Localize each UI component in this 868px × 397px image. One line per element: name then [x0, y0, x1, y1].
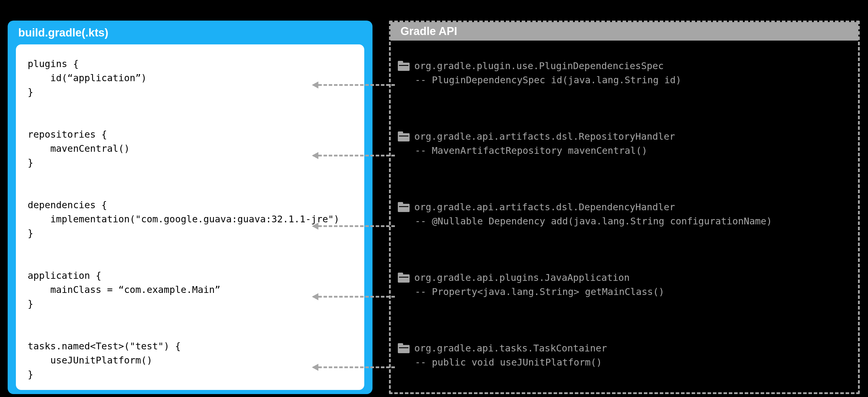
gradle-api-title: Gradle API: [400, 25, 457, 38]
api-entry: org.gradle.plugin.use.PluginDependencies…: [398, 59, 681, 87]
api-class-name: org.gradle.api.tasks.TaskContainer: [414, 341, 607, 355]
api-entry: org.gradle.api.tasks.TaskContainer-- pub…: [398, 341, 607, 369]
api-method-signature: -- @Nullable Dependency add(java.lang.St…: [398, 214, 772, 228]
mapping-arrow: [313, 155, 395, 157]
build-file-panel: build.gradle(.kts) plugins { id(“applica…: [8, 21, 372, 394]
api-class-name: org.gradle.api.artifacts.dsl.DependencyH…: [414, 200, 675, 214]
gradle-api-panel: Gradle API org.gradle.plugin.use.PluginD…: [389, 21, 860, 394]
gradle-api-title-bar: Gradle API: [391, 22, 858, 41]
mapping-arrow: [313, 84, 395, 86]
api-class-name: org.gradle.plugin.use.PluginDependencies…: [414, 59, 664, 73]
folder-icon: [398, 343, 410, 353]
build-file-title: build.gradle(.kts): [18, 27, 364, 39]
code-block: plugins { id(“application”) } repositori…: [16, 44, 364, 390]
mapping-arrow: [313, 296, 395, 298]
api-method-signature: -- PluginDependencySpec id(java.lang.Str…: [398, 73, 681, 87]
api-class-name: org.gradle.api.artifacts.dsl.RepositoryH…: [414, 129, 675, 143]
api-entry: org.gradle.api.plugins.JavaApplication--…: [398, 270, 664, 299]
api-entry: org.gradle.api.artifacts.dsl.RepositoryH…: [398, 129, 675, 158]
mapping-arrow: [313, 366, 395, 368]
mapping-arrow: [313, 225, 395, 227]
folder-icon: [398, 202, 410, 212]
folder-icon: [398, 131, 410, 141]
folder-icon: [398, 273, 410, 283]
api-entry: org.gradle.api.artifacts.dsl.DependencyH…: [398, 200, 772, 228]
api-method-signature: -- Property<java.lang.String> getMainCla…: [398, 285, 664, 299]
api-method-signature: -- public void useJUnitPlatform(): [398, 355, 607, 369]
api-class-name: org.gradle.api.plugins.JavaApplication: [414, 270, 630, 285]
folder-icon: [398, 61, 410, 71]
api-method-signature: -- MavenArtifactRepository mavenCentral(…: [398, 143, 675, 158]
